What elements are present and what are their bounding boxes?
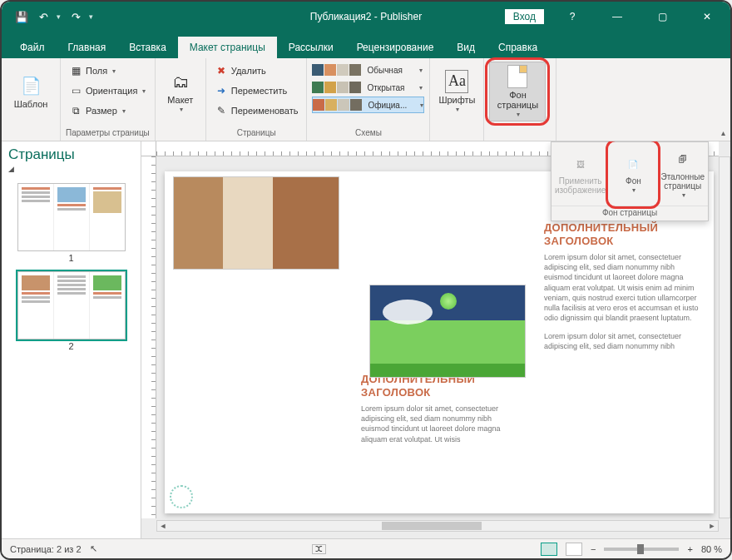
master-pages-button[interactable]: 🗐 Эталонные страницы▾ bbox=[657, 142, 708, 206]
page-bg-icon bbox=[507, 65, 527, 88]
thumb-1-label: 1 bbox=[8, 253, 134, 263]
zoom-out-button[interactable]: − bbox=[591, 544, 596, 554]
footer-circle-placeholder[interactable] bbox=[170, 485, 193, 508]
master-pages-icon: 🗐 bbox=[672, 149, 694, 171]
save-icon[interactable]: 💾 bbox=[15, 10, 28, 23]
redo-icon[interactable]: ↷ bbox=[69, 10, 82, 23]
work-area: Страницы ◢ 1 2 � bbox=[2, 141, 730, 538]
heading-3[interactable]: ДОПОЛНИТЕЛЬНЫЙ ЗАГОЛОВОК bbox=[544, 221, 700, 247]
cursor-indicator-icon: ↖ bbox=[90, 543, 97, 554]
highlight-dropdown-bg bbox=[606, 141, 660, 209]
tab-insert[interactable]: Вставка bbox=[117, 37, 178, 58]
titlebar: 💾 ↶▾ ↷ ▾ Публикация2 - Publisher Вход ? … bbox=[2, 2, 730, 32]
ruler-vertical[interactable] bbox=[141, 156, 156, 518]
page-params-label: Параметры страницы bbox=[66, 126, 150, 141]
move-page-button[interactable]: ➜Переместить bbox=[211, 82, 302, 100]
pages-group-label: Страницы bbox=[211, 126, 302, 141]
size-icon: ⧉ bbox=[69, 104, 82, 117]
tab-help[interactable]: Справка bbox=[487, 37, 549, 58]
margins-button[interactable]: ▦Поля▾ bbox=[66, 62, 149, 80]
close-button[interactable]: ✕ bbox=[690, 2, 724, 32]
maximize-button[interactable]: ▢ bbox=[645, 2, 679, 32]
group-schemes: Обычная▾ Открытая▾ Официа...▾ Схемы bbox=[307, 58, 430, 141]
app-window: 💾 ↶▾ ↷ ▾ Публикация2 - Publisher Вход ? … bbox=[0, 0, 732, 560]
apply-image-button: 🖼 Применить изображение bbox=[551, 142, 609, 206]
canvas: 🖼 Применить изображение 📄 Фон▾ 🗐 Эталонн… bbox=[141, 141, 730, 538]
zoom-value[interactable]: 80 % bbox=[701, 544, 722, 554]
body-3a[interactable]: Lorem ipsum dolor sit amet, consectetuer… bbox=[544, 252, 700, 323]
template-button[interactable]: 📄 Шаблон bbox=[7, 62, 55, 121]
thumb-2-label: 2 bbox=[8, 341, 134, 351]
page-thumb-2[interactable] bbox=[17, 271, 126, 339]
quick-access-toolbar: 💾 ↶▾ ↷ ▾ bbox=[2, 10, 93, 23]
image-library[interactable] bbox=[173, 176, 339, 270]
tab-file[interactable]: Файл bbox=[8, 37, 57, 58]
body-2[interactable]: Lorem ipsum dolor sit amet, consectetuer… bbox=[361, 404, 517, 444]
delete-page-button[interactable]: ✖Удалить bbox=[211, 62, 302, 80]
undo-icon[interactable]: ↶ bbox=[37, 10, 50, 23]
ribbon-tabs: Файл Главная Вставка Макет страницы Расс… bbox=[2, 32, 730, 58]
ruler-corner bbox=[141, 141, 156, 156]
tab-page-layout[interactable]: Макет страницы bbox=[178, 37, 277, 58]
layout-icon: 🗂 bbox=[169, 70, 192, 93]
move-icon: ➜ bbox=[215, 84, 228, 97]
tab-home[interactable]: Главная bbox=[57, 37, 118, 58]
scheme-row-2[interactable]: Официа...▾ bbox=[312, 97, 424, 113]
group-template: 📄 Шаблон bbox=[2, 58, 61, 141]
view-single-button[interactable] bbox=[541, 543, 557, 556]
scrollbar-horizontal[interactable]: ◄ ► bbox=[156, 520, 719, 532]
window-title: Публикация2 - Publisher bbox=[310, 11, 422, 22]
pages-panel-title: Страницы bbox=[8, 146, 134, 163]
background-button[interactable]: 📄 Фон▾ bbox=[609, 142, 657, 206]
size-button[interactable]: ⧉Размер▾ bbox=[66, 102, 149, 120]
tab-review[interactable]: Рецензирование bbox=[345, 37, 446, 58]
page-col-1 bbox=[165, 171, 348, 513]
signin-button[interactable]: Вход bbox=[505, 9, 544, 24]
fonts-icon: Aa bbox=[445, 70, 468, 93]
group-layout: 🗂 Макет▾ bbox=[156, 58, 206, 141]
page-col-3: ДОПОЛНИТЕЛЬНЫЙ ЗАГОЛОВОК Lorem ipsum dol… bbox=[531, 171, 714, 513]
dropdown-group-label: Фон страницы bbox=[551, 206, 708, 221]
rename-page-button[interactable]: ✎Переименовать bbox=[211, 102, 302, 120]
help-button[interactable]: ? bbox=[556, 2, 589, 32]
apply-image-icon: 🖼 bbox=[570, 153, 591, 175]
coord-indicator-icon: ⵋ bbox=[312, 544, 326, 554]
collapse-ribbon-icon[interactable]: ▴ bbox=[721, 128, 725, 137]
scheme-row-0[interactable]: Обычная▾ bbox=[312, 62, 424, 78]
pages-panel: Страницы ◢ 1 2 bbox=[2, 141, 141, 538]
page-thumb-1[interactable] bbox=[17, 183, 126, 251]
scheme-row-1[interactable]: Открытая▾ bbox=[312, 79, 424, 96]
view-spread-button[interactable] bbox=[566, 543, 582, 556]
scroll-right-icon[interactable]: ► bbox=[706, 521, 718, 531]
orientation-button[interactable]: ▭Ориентация▾ bbox=[66, 82, 149, 100]
fonts-button[interactable]: Aa Шрифты▾ bbox=[435, 62, 478, 121]
pages-panel-collapse-icon[interactable]: ◢ bbox=[8, 165, 134, 173]
template-label: Шаблон bbox=[14, 99, 48, 109]
statusbar: Страница: 2 из 2 ↖ ⵋ − + 80 % bbox=[2, 538, 730, 558]
body-3b[interactable]: Lorem ipsum dolor sit amet, consectetuer… bbox=[544, 331, 700, 351]
zoom-in-button[interactable]: + bbox=[687, 544, 692, 554]
tab-view[interactable]: Вид bbox=[445, 37, 487, 58]
scroll-h-thumb[interactable] bbox=[382, 522, 482, 530]
image-landscape[interactable] bbox=[369, 285, 526, 378]
minimize-button[interactable]: — bbox=[601, 2, 634, 32]
group-pages: ✖Удалить ➜Переместить ✎Переименовать Стр… bbox=[206, 58, 308, 141]
document-page[interactable]: ДОПОЛНИТЕЛЬНЫЙ ЗАГОЛОВОК Lorem ipsum dol… bbox=[165, 171, 714, 513]
group-page-params: ▦Поля▾ ▭Ориентация▾ ⧉Размер▾ Параметры с… bbox=[61, 58, 156, 141]
page-col-2: ДОПОЛНИТЕЛЬНЫЙ ЗАГОЛОВОК Lorem ipsum dol… bbox=[348, 171, 531, 513]
layout-button[interactable]: 🗂 Макет▾ bbox=[161, 62, 200, 121]
zoom-slider[interactable] bbox=[604, 548, 679, 551]
delete-icon: ✖ bbox=[215, 64, 228, 77]
rename-icon: ✎ bbox=[215, 104, 228, 117]
page-background-dropdown: 🖼 Применить изображение 📄 Фон▾ 🗐 Эталонн… bbox=[551, 141, 709, 221]
page-indicator[interactable]: Страница: 2 из 2 bbox=[10, 544, 82, 554]
tab-mailings[interactable]: Рассылки bbox=[277, 37, 345, 58]
schemes-label: Схемы bbox=[312, 126, 424, 141]
group-page-background: Фон страницы▾ bbox=[484, 58, 556, 141]
scroll-left-icon[interactable]: ◄ bbox=[157, 521, 169, 531]
scheme-list: Обычная▾ Открытая▾ Официа...▾ bbox=[312, 62, 424, 113]
group-fonts: Aa Шрифты▾ bbox=[430, 58, 484, 141]
scrollbar-vertical[interactable] bbox=[719, 156, 730, 518]
page-background-button[interactable]: Фон страницы▾ bbox=[489, 62, 546, 121]
orientation-icon: ▭ bbox=[69, 84, 82, 97]
